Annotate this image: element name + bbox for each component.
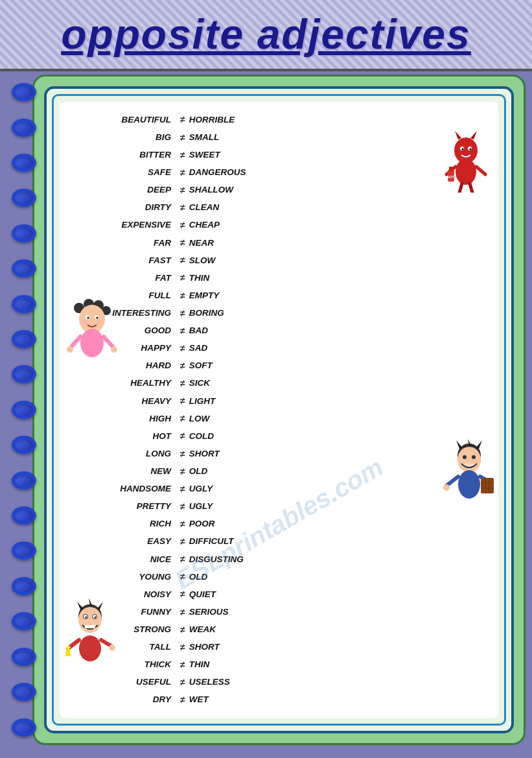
spiral-ring	[12, 365, 36, 383]
adjective-right: BORING	[189, 307, 485, 319]
adjective-left: HARD	[73, 360, 176, 372]
not-equal-symbol: ≠	[180, 466, 185, 477]
adjective-left: PRETTY	[73, 501, 176, 512]
adjective-right: SOFT	[189, 360, 485, 372]
spiral-ring	[12, 612, 36, 630]
adjective-right: SLOW	[189, 255, 485, 266]
svg-line-10	[459, 184, 462, 193]
not-equal-symbol: ≠	[180, 360, 185, 372]
adjective-pair-row: HANDSOME≠UGLY	[73, 483, 485, 495]
spiral-ring	[12, 330, 36, 348]
spiral-binding	[8, 75, 40, 745]
not-equal-symbol: ≠	[180, 588, 185, 600]
adjective-right: NEAR	[189, 237, 485, 249]
spiral-ring	[12, 224, 36, 243]
not-equal-symbol: ≠	[180, 237, 185, 248]
not-equal-symbol: ≠	[180, 132, 185, 143]
not-equal-symbol: ≠	[180, 536, 185, 547]
spiral-ring	[12, 683, 36, 701]
not-equal-symbol: ≠	[180, 412, 185, 424]
svg-point-30	[111, 346, 117, 353]
adjective-right: USELESS	[189, 676, 485, 688]
svg-point-37	[472, 455, 476, 459]
adjective-left: FAR	[73, 237, 176, 249]
adjective-left: HOT	[73, 431, 176, 442]
adjective-pair-row: DIRTY≠CLEAN	[73, 202, 485, 213]
svg-point-46	[443, 484, 450, 491]
adjective-right: LOW	[189, 413, 485, 425]
spiral-ring	[12, 119, 36, 137]
svg-line-9	[476, 167, 485, 174]
adjective-left: DRY	[73, 694, 176, 705]
svg-point-23	[97, 317, 98, 319]
adjective-left: DEEP	[73, 184, 176, 196]
adjective-right: BAD	[189, 325, 485, 337]
adjective-left: SAFE	[73, 167, 176, 178]
adjective-pair-row: EXPENSIVE≠CHEAP	[73, 219, 485, 231]
adjective-left: BIG	[73, 132, 176, 143]
svg-point-22	[87, 317, 89, 319]
svg-rect-52	[85, 625, 95, 628]
spiral-ring	[12, 506, 36, 525]
svg-marker-32	[456, 440, 463, 449]
svg-marker-1	[455, 131, 461, 139]
header: opposite adjectives	[0, 0, 532, 71]
svg-point-60	[65, 646, 71, 648]
adjectives-list: BEAUTIFUL≠HORRIBLEBIG≠SMALLBITTER≠SWEETS…	[73, 112, 485, 708]
adjective-right: HORRIBLE	[189, 114, 485, 126]
adjective-pair-row: DRY≠WET	[73, 694, 485, 705]
spiral-ring	[12, 83, 36, 101]
not-equal-symbol: ≠	[180, 395, 185, 407]
spiral-ring	[12, 648, 36, 666]
adjective-left: NICE	[73, 554, 176, 565]
adjective-left: HEAVY	[73, 396, 176, 407]
adjective-left: FAST	[73, 255, 176, 266]
adjective-right: OLD	[189, 571, 485, 583]
svg-line-27	[70, 337, 80, 348]
adjective-left: EXPENSIVE	[73, 219, 176, 231]
adjective-pair-row: GOOD≠BAD	[73, 325, 485, 337]
not-equal-symbol: ≠	[180, 501, 185, 512]
not-equal-symbol: ≠	[180, 448, 185, 460]
adjective-pair-row: FAT≠THIN	[73, 272, 485, 283]
not-equal-symbol: ≠	[180, 113, 185, 125]
adjective-right: SHORT	[189, 448, 485, 460]
not-equal-symbol: ≠	[180, 290, 185, 302]
adjective-pair-row: FAR≠NEAR	[73, 237, 485, 248]
not-equal-symbol: ≠	[180, 483, 185, 495]
adjective-pair-row: FUNNY≠SERIOUS	[73, 606, 485, 618]
adjective-right: EMPTY	[189, 290, 485, 302]
adjective-right: LIGHT	[189, 396, 485, 407]
page-title: opposite adjectives	[62, 10, 471, 58]
not-equal-symbol: ≠	[180, 377, 185, 389]
adjective-pair-row: BITTER≠SWEET	[73, 149, 485, 161]
adjective-right: DIFFICULT	[189, 536, 485, 547]
character-top-right: HOT	[440, 128, 492, 193]
adjective-pair-row: HOT≠COLD	[73, 430, 485, 442]
svg-point-38	[458, 470, 480, 499]
not-equal-symbol: ≠	[180, 430, 185, 442]
adjective-left: FAT	[73, 272, 176, 284]
adjective-right: UGLY	[189, 483, 485, 495]
not-equal-symbol: ≠	[180, 167, 185, 178]
not-equal-symbol: ≠	[180, 624, 185, 635]
svg-line-39	[446, 477, 458, 486]
not-equal-symbol: ≠	[180, 184, 185, 196]
svg-point-26	[80, 329, 104, 357]
adjective-right: WET	[189, 694, 485, 705]
adjective-right: WEAK	[189, 624, 485, 635]
adjective-left: BEAUTIFUL	[73, 114, 176, 126]
svg-point-29	[67, 346, 73, 353]
svg-point-35	[457, 447, 481, 473]
not-equal-symbol: ≠	[180, 307, 185, 319]
svg-rect-13	[449, 167, 453, 171]
adjective-left: NEW	[73, 466, 176, 477]
adjective-pair-row: STRONG≠WEAK	[73, 624, 485, 635]
adjective-pair-row: HIGH≠LOW	[73, 412, 485, 424]
adjective-pair-row: EASY≠DIFFICULT	[73, 536, 485, 547]
svg-point-25	[97, 320, 102, 325]
character-bot-left	[63, 598, 118, 666]
adjective-right: THIN	[189, 272, 485, 284]
adjective-pair-row: USEFUL≠USELESS	[73, 676, 485, 688]
adjective-left: DIRTY	[73, 202, 176, 213]
